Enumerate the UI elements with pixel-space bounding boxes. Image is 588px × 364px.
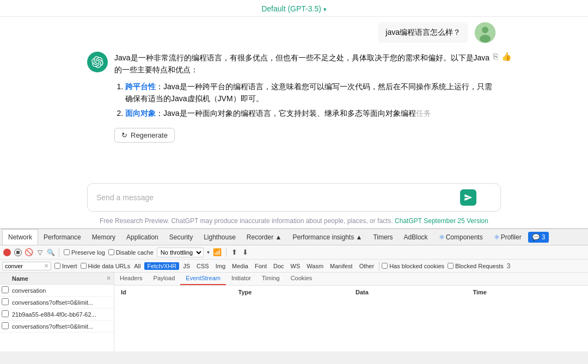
filter-clear-icon[interactable]: ✕ [44, 263, 48, 269]
row-check-3[interactable] [2, 310, 9, 317]
detail-pane: Headers Payload EventStream Initiator Ti… [114, 273, 588, 351]
devtools-panel: Network Performance Memory Application S… [0, 229, 588, 364]
detail-tab-eventstream-label: EventStream [186, 275, 220, 281]
tab-lighthouse-label: Lighthouse [204, 233, 236, 241]
name-col-header: Name [10, 275, 103, 282]
ai-message: Java是一种非常流行的编程语言，有很多优点，但也有一些不足之处，具体取决于您的… [87, 52, 501, 143]
model-selector[interactable]: Default (GPT-3.5) ▾ [0, 0, 588, 17]
stop-icon[interactable] [14, 249, 22, 256]
export-icon[interactable]: ⬇ [242, 249, 249, 256]
request-item-conversations-2[interactable]: conversations?offset=0&limit... [0, 320, 114, 332]
ai-list: 跨平台性：Java是一种跨平台的编程语言，这意味着您可以编写一次代码，然后在不同… [114, 81, 495, 119]
row-check-1[interactable] [2, 286, 9, 293]
filter-other-btn[interactable]: Other [357, 262, 377, 270]
separator-2 [226, 248, 226, 257]
has-blocked-label: Has blocked cookies [389, 263, 444, 269]
tab-security[interactable]: Security [164, 229, 198, 245]
ai-list-item-2-overflow: 任务 [416, 109, 431, 118]
disable-cache-checkbox[interactable] [108, 249, 114, 255]
tab-memory-label: Memory [92, 233, 115, 241]
ai-action-row: ↻ Regenerate [114, 124, 495, 143]
tab-perf-insights[interactable]: Performance insights ▲ [287, 229, 367, 245]
x-col-header: ✕ [103, 275, 114, 282]
components-icon: ⚛ [439, 233, 445, 241]
regenerate-label: Regenerate [131, 131, 168, 139]
request-item-conversations-1[interactable]: conversations?offset=0&limit... [0, 297, 114, 309]
chat-icon: 💬 [532, 233, 540, 241]
filter-all-btn[interactable]: All [131, 262, 143, 270]
filter-input-wrap: ✕ [2, 262, 51, 270]
has-blocked-checkbox[interactable] [382, 263, 388, 269]
import-icon[interactable]: ⬆ [231, 249, 238, 256]
hide-data-urls-checkbox[interactable] [81, 263, 87, 269]
filter-js-btn[interactable]: JS [180, 262, 193, 270]
tab-recorder[interactable]: Recorder ▲ [241, 229, 287, 245]
hide-data-urls-label: Hide data URLs [88, 263, 131, 269]
devtools-toolbar: 🚫 ▽ 🔍 Preserve log Disable cache No thro… [0, 245, 588, 260]
copy-icon[interactable]: ⎘ [493, 52, 498, 61]
detail-tab-initiator[interactable]: Initiator [226, 272, 256, 285]
detail-tab-cookies[interactable]: Cookies [285, 272, 318, 285]
row-name-3: 21b9aa55-e884-4f0c-bb67-62... [10, 311, 103, 318]
tab-performance-label: Performance [44, 233, 81, 241]
detail-tab-payload-label: Payload [154, 275, 175, 281]
thumbsup-icon[interactable]: 👍 [501, 52, 512, 61]
filter-fetchxhr-btn[interactable]: Fetch/XHR [144, 262, 179, 270]
tab-network[interactable]: Network [2, 229, 38, 245]
filter-input[interactable] [5, 263, 43, 269]
ai-list-item-1-title: 跨平台性 [125, 82, 156, 91]
tab-performance[interactable]: Performance [38, 229, 87, 245]
filter-media-btn[interactable]: Media [229, 262, 251, 270]
filter-bar: ✕ Invert Hide data URLs All Fetch/XHR JS… [0, 260, 588, 273]
invert-checkbox[interactable] [54, 263, 60, 269]
preserve-log-checkbox[interactable] [64, 249, 70, 255]
tab-lighthouse[interactable]: Lighthouse [198, 229, 241, 245]
request-item-uuid[interactable]: 21b9aa55-e884-4f0c-bb67-62... [0, 309, 114, 320]
footer-link[interactable]: ChatGPT September 25 Version [395, 217, 488, 225]
tab-components[interactable]: ⚛ Components [433, 229, 488, 245]
tab-profiler-label: Profiler [501, 233, 522, 241]
blocked-requests-checkbox[interactable] [448, 263, 454, 269]
detail-tab-payload[interactable]: Payload [148, 272, 181, 285]
row-check-4[interactable] [2, 322, 9, 329]
user-message: java编程语言怎么样？ [87, 22, 501, 43]
disable-cache-group: Disable cache [108, 249, 154, 256]
tab-profiler[interactable]: ⚛ Profiler [488, 229, 527, 245]
tab-timers-label: Timers [373, 233, 393, 241]
detail-tab-timing[interactable]: Timing [256, 272, 285, 285]
regenerate-button[interactable]: ↻ Regenerate [114, 128, 175, 143]
filter-img-btn[interactable]: Img [213, 262, 228, 270]
tab-memory[interactable]: Memory [87, 229, 121, 245]
filter-doc-btn[interactable]: Doc [271, 262, 287, 270]
tab-badge[interactable]: 💬 3 [528, 232, 549, 243]
footer-text: Free Research Preview. ChatGPT may produ… [100, 217, 393, 225]
tab-application[interactable]: Application [121, 229, 164, 245]
tab-adblock[interactable]: AdBlock [399, 229, 433, 245]
filter-css-btn[interactable]: CSS [194, 262, 212, 270]
filter-wasm-btn[interactable]: Wasm [304, 262, 326, 270]
invert-label: Invert [62, 263, 77, 269]
send-button[interactable] [460, 189, 476, 206]
filter-icon[interactable]: ▽ [36, 249, 44, 256]
detail-tab-initiator-label: Initiator [231, 275, 251, 281]
filter-font-btn[interactable]: Font [252, 262, 270, 270]
detail-tab-eventstream[interactable]: EventStream [180, 272, 226, 285]
row-check-2[interactable] [2, 298, 9, 305]
clear-icon[interactable]: 🚫 [25, 249, 33, 256]
record-icon[interactable] [3, 249, 11, 256]
model-label: Default (GPT-3.5) [261, 4, 321, 13]
more-filters: 3 [507, 262, 511, 270]
blocked-requests-group: Blocked Requests [448, 263, 504, 269]
filter-ws-btn[interactable]: WS [288, 262, 303, 270]
detail-tab-headers[interactable]: Headers [114, 272, 148, 285]
filter-manifest-btn[interactable]: Manifest [327, 262, 356, 270]
search-icon[interactable]: 🔍 [47, 249, 54, 256]
throttle-select[interactable]: No throttling [157, 248, 204, 257]
tab-timers[interactable]: Timers [367, 229, 398, 245]
request-item-conversation[interactable]: conversation [0, 285, 114, 297]
separator-1 [59, 248, 59, 257]
detail-tab-bar: Headers Payload EventStream Initiator Ti… [114, 273, 588, 286]
network-pane: Name ✕ conversation conversations?offset… [0, 273, 588, 351]
avatar [475, 22, 495, 43]
has-blocked-group: Has blocked cookies [382, 263, 444, 269]
